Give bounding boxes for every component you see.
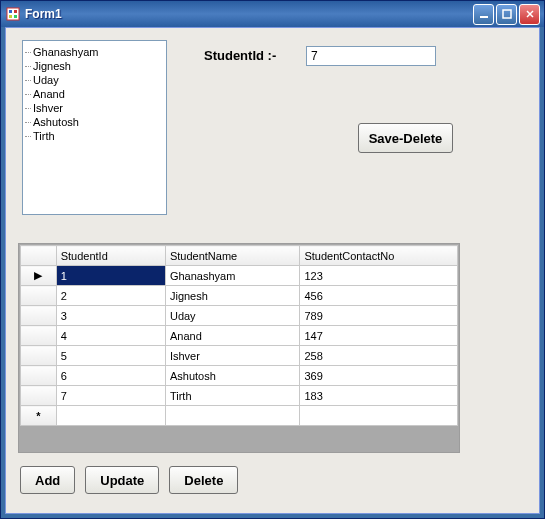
table-row[interactable]: 2Jignesh456: [21, 286, 458, 306]
grid-cell[interactable]: 6: [56, 366, 165, 386]
grid-cell[interactable]: [300, 406, 458, 426]
add-button[interactable]: Add: [20, 466, 75, 494]
grid-cell[interactable]: 4: [56, 326, 165, 346]
save-delete-button[interactable]: Save-Delete: [358, 123, 453, 153]
grid-cell[interactable]: Jignesh: [165, 286, 299, 306]
studentid-input[interactable]: [306, 46, 436, 66]
grid-cell[interactable]: Tirth: [165, 386, 299, 406]
grid-cell[interactable]: 5: [56, 346, 165, 366]
grid-cell[interactable]: 456: [300, 286, 458, 306]
grid-header-contactno[interactable]: StudentContactNo: [300, 246, 458, 266]
row-header-new[interactable]: *: [21, 406, 57, 426]
window-frame: Form1 GhanashyamJigneshUdayAnandIshverAs…: [0, 0, 545, 519]
table-new-row[interactable]: *: [21, 406, 458, 426]
tree-item[interactable]: Anand: [29, 87, 160, 101]
row-header[interactable]: [21, 306, 57, 326]
grid-header-studentname[interactable]: StudentName: [165, 246, 299, 266]
minimize-button[interactable]: [473, 4, 494, 25]
grid-cell[interactable]: Ishver: [165, 346, 299, 366]
grid-cell[interactable]: 3: [56, 306, 165, 326]
grid-corner[interactable]: [21, 246, 57, 266]
row-header[interactable]: [21, 386, 57, 406]
tree-item[interactable]: Ashutosh: [29, 115, 160, 129]
row-header[interactable]: [21, 326, 57, 346]
grid-cell[interactable]: 183: [300, 386, 458, 406]
svg-rect-3: [9, 15, 12, 18]
svg-rect-1: [9, 10, 12, 13]
window-title: Form1: [25, 7, 473, 21]
table-row[interactable]: ▶1Ghanashyam123: [21, 266, 458, 286]
maximize-icon: [502, 9, 512, 19]
row-header[interactable]: [21, 346, 57, 366]
grid-cell[interactable]: [56, 406, 165, 426]
grid-cell[interactable]: Uday: [165, 306, 299, 326]
svg-rect-0: [7, 8, 19, 20]
studentid-label: StudentId :-: [204, 48, 276, 63]
grid-cell[interactable]: 789: [300, 306, 458, 326]
titlebar: Form1: [1, 1, 544, 27]
grid-cell[interactable]: Anand: [165, 326, 299, 346]
app-icon: [5, 6, 21, 22]
svg-rect-6: [503, 10, 511, 18]
table-row[interactable]: 5Ishver258: [21, 346, 458, 366]
table-row[interactable]: 3Uday789: [21, 306, 458, 326]
svg-rect-4: [14, 15, 17, 18]
student-treeview[interactable]: GhanashyamJigneshUdayAnandIshverAshutosh…: [22, 40, 167, 215]
grid-header-studentid[interactable]: StudentId: [56, 246, 165, 266]
grid-cell[interactable]: 123: [300, 266, 458, 286]
table-row[interactable]: 7Tirth183: [21, 386, 458, 406]
row-header[interactable]: [21, 286, 57, 306]
tree-item[interactable]: Ghanashyam: [29, 45, 160, 59]
table-row[interactable]: 4Anand147: [21, 326, 458, 346]
grid-cell[interactable]: 369: [300, 366, 458, 386]
row-header[interactable]: [21, 366, 57, 386]
maximize-button[interactable]: [496, 4, 517, 25]
grid-cell[interactable]: 2: [56, 286, 165, 306]
client-area: GhanashyamJigneshUdayAnandIshverAshutosh…: [5, 27, 540, 514]
minimize-icon: [479, 9, 489, 19]
svg-rect-2: [14, 10, 17, 13]
close-icon: [525, 9, 535, 19]
table-row[interactable]: 6Ashutosh369: [21, 366, 458, 386]
grid-cell[interactable]: 7: [56, 386, 165, 406]
tree-item[interactable]: Uday: [29, 73, 160, 87]
tree-item[interactable]: Jignesh: [29, 59, 160, 73]
svg-rect-5: [480, 16, 488, 18]
grid-cell[interactable]: Ghanashyam: [165, 266, 299, 286]
tree-item[interactable]: Tirth: [29, 129, 160, 143]
datagrid[interactable]: StudentId StudentName StudentContactNo ▶…: [18, 243, 460, 453]
grid-cell[interactable]: [165, 406, 299, 426]
grid-cell[interactable]: Ashutosh: [165, 366, 299, 386]
delete-button[interactable]: Delete: [169, 466, 238, 494]
grid-cell[interactable]: 258: [300, 346, 458, 366]
update-button[interactable]: Update: [85, 466, 159, 494]
tree-item[interactable]: Ishver: [29, 101, 160, 115]
close-button[interactable]: [519, 4, 540, 25]
grid-cell[interactable]: 1: [56, 266, 165, 286]
grid-cell[interactable]: 147: [300, 326, 458, 346]
row-header[interactable]: ▶: [21, 266, 57, 286]
